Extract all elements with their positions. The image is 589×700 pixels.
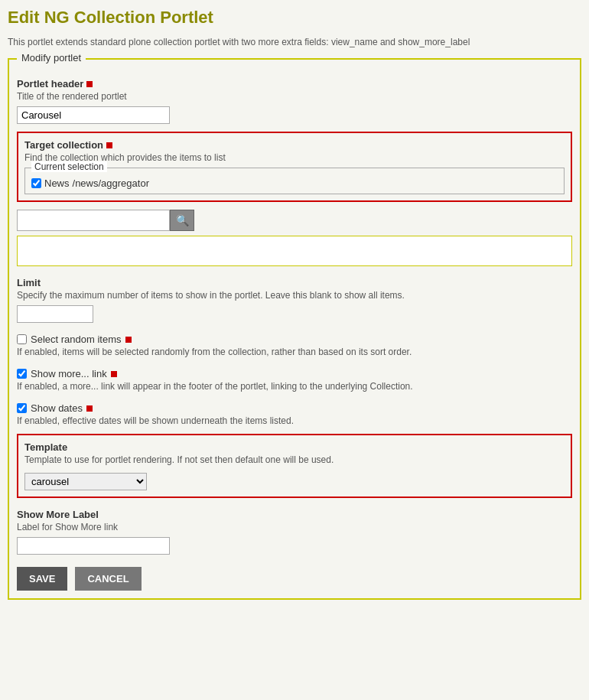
show-more-link-description: If enabled, a more... link will appear i…	[17, 381, 572, 392]
limit-description: Specify the maximum number of items to s…	[17, 290, 572, 301]
show-more-link-checkbox[interactable]	[17, 369, 27, 379]
page-title: Edit NG Collection Portlet	[8, 8, 581, 28]
limit-input[interactable]	[17, 305, 93, 323]
show-more-label-input[interactable]	[17, 537, 170, 555]
current-selection-group: Current selection News /news/aggregator	[24, 168, 565, 194]
show-more-label-group: Show More Label Label for Show More link	[17, 509, 572, 555]
select-random-label: Select random items	[31, 334, 122, 345]
portlet-header-label: Portlet header	[17, 78, 572, 90]
show-more-link-required-icon	[111, 371, 117, 377]
limit-label: Limit	[17, 277, 572, 288]
current-selection-legend: Current selection	[31, 161, 107, 172]
search-icon: 🔍	[176, 214, 189, 226]
show-dates-row: Show dates	[17, 402, 572, 414]
search-row: 🔍	[17, 210, 572, 231]
show-more-link-group: Show more... link If enabled, a more... …	[17, 368, 572, 392]
limit-group: Limit Specify the maximum number of item…	[17, 277, 572, 323]
show-dates-description: If enabled, effective dates will be show…	[17, 415, 572, 426]
show-dates-required-icon	[86, 405, 93, 412]
target-collection-required-icon	[106, 142, 112, 148]
current-selection-content: News /news/aggregator	[31, 177, 558, 189]
target-collection-box: Target collection Find the collection wh…	[17, 132, 572, 202]
required-icon	[86, 81, 93, 87]
current-selection-checkbox[interactable]	[31, 178, 41, 188]
search-results-area	[17, 236, 572, 266]
section-legend: Modify portlet	[17, 52, 86, 63]
target-collection-label: Target collection	[24, 139, 565, 151]
portlet-header-input[interactable]: Carousel	[17, 106, 170, 124]
select-random-checkbox[interactable]	[17, 334, 27, 344]
save-button[interactable]: SAVE	[17, 567, 67, 591]
current-selection-path: /news/aggregator	[73, 177, 149, 189]
page-description: This portlet extends standard plone coll…	[8, 37, 581, 47]
template-label: Template	[24, 441, 565, 453]
show-dates-checkbox[interactable]	[17, 403, 27, 413]
show-dates-group: Show dates If enabled, effective dates w…	[17, 402, 572, 426]
show-more-link-label: Show more... link	[31, 368, 107, 379]
modify-portlet-section: Modify portlet Portlet header Title of t…	[8, 58, 581, 600]
template-box: Template Template to use for portlet ren…	[17, 434, 572, 498]
show-dates-label: Show dates	[31, 402, 83, 414]
portlet-header-group: Portlet header Title of the rendered por…	[17, 78, 572, 124]
show-more-link-row: Show more... link	[17, 368, 572, 379]
select-random-required-icon	[125, 337, 132, 343]
portlet-header-description: Title of the rendered portlet	[17, 91, 572, 102]
select-random-description: If enabled, items will be selected rando…	[17, 347, 572, 357]
save-cancel-row: SAVE CANCEL	[17, 567, 572, 591]
current-selection-text: News	[44, 177, 70, 189]
search-button[interactable]: 🔍	[170, 210, 194, 231]
select-random-group: Select random items If enabled, items wi…	[17, 334, 572, 357]
show-more-label-description: Label for Show More link	[17, 522, 572, 532]
show-more-label-label: Show More Label	[17, 509, 572, 520]
template-description: Template to use for portlet rendering. I…	[24, 454, 565, 465]
select-random-row: Select random items	[17, 334, 572, 345]
template-select[interactable]: carousel default list	[24, 473, 147, 490]
cancel-button[interactable]: CANCEL	[75, 567, 141, 591]
search-input[interactable]	[17, 210, 170, 231]
